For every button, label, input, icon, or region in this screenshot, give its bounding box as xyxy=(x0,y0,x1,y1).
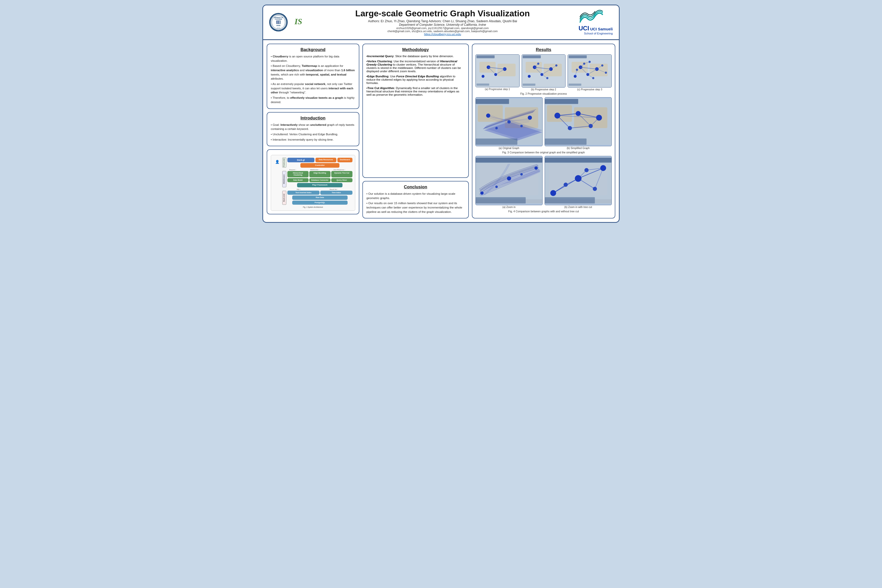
svg-point-70 xyxy=(528,116,532,119)
intro-item-2: Uncluttered: Vertex Clustering and Edge … xyxy=(271,132,355,136)
methodology-section: Methodology •Incremental Query: Slice th… xyxy=(362,44,469,178)
intro-item-3: Interactive: Incrementally query by slic… xyxy=(271,138,355,142)
bg-item-3: As an extremely popular social network, … xyxy=(271,82,355,94)
fig2-step3-img xyxy=(568,54,612,87)
svg-rect-6 xyxy=(279,21,280,24)
svg-rect-103 xyxy=(476,197,526,203)
fig4-description: Fig. 4 Comparison between graphs with an… xyxy=(476,210,612,213)
sql-arrows: SQL ↓ Result Set ↑ xyxy=(282,188,352,190)
fig4-grid: (a) Zoom in xyxy=(476,156,612,208)
deckgl-box: Deck.gl xyxy=(287,158,314,162)
play-framework-box: Play! Framework xyxy=(297,183,342,188)
svg-rect-75 xyxy=(476,138,517,144)
svg-text:CALIFORNIA: CALIFORNIA xyxy=(275,19,282,20)
svg-point-73 xyxy=(520,124,523,127)
data-resources-box: Data Resources xyxy=(315,158,336,162)
svg-rect-63 xyxy=(568,84,581,86)
svg-point-97 xyxy=(480,191,484,195)
svg-rect-62 xyxy=(568,56,587,58)
emails-line1: erzhuo1026@gmail.com, joy11612917@gmail.… xyxy=(311,27,574,30)
methodology-title: Methodology xyxy=(366,47,465,52)
poster-container: UNIVERSITY OF CALIFORNIA IRVINE ✦ ✦ ✦ IS xyxy=(262,4,620,223)
raw-data-box: Raw Data xyxy=(292,195,347,200)
fig2-step1-caption: (a) Progressive step 1 xyxy=(476,88,520,91)
bg-item-1: Cloudberry is an open source platform fo… xyxy=(271,54,355,63)
svg-text:IRVINE: IRVINE xyxy=(276,25,280,27)
poster-title: Large-scale Geometric Graph Visualizatio… xyxy=(311,9,574,18)
introduction-title: Introduction xyxy=(271,116,355,121)
edge-bundling-box: Edge Bundling xyxy=(309,171,330,177)
fig3-orig-caption: (a) Original Graph xyxy=(476,147,543,150)
fig3-grid: (a) Original Graph xyxy=(476,97,612,150)
fig4-zoomtree-caption: (b) Zoom in with tree cut xyxy=(544,206,612,208)
fig3-orig-img xyxy=(476,97,543,147)
uci-samueli-logo: UCI UCI Samueli School of Engineering xyxy=(579,10,613,35)
fig3-description: Fig. 3 Comparison between the original g… xyxy=(476,151,612,154)
svg-rect-65 xyxy=(478,105,503,122)
svg-point-71 xyxy=(507,120,511,123)
results-section: Results xyxy=(472,44,615,219)
fig2-grid: (a) Progressive step 1 xyxy=(476,54,612,91)
method-item-1: •Incremental Query: Slice the database q… xyxy=(366,54,465,58)
query-slicer-box: Query Slicer xyxy=(331,178,352,182)
dynamic-tree-cut-box: Dynamic Tree Cut xyxy=(331,171,352,177)
fig3-simplified-container: (b) Simplified Graph xyxy=(544,97,612,150)
dashboard-box: Dashboard xyxy=(338,158,352,162)
header: UNIVERSITY OF CALIFORNIA IRVINE ✦ ✦ ✦ IS xyxy=(263,5,619,40)
svg-point-88 xyxy=(596,115,602,120)
svg-rect-21 xyxy=(477,84,489,86)
website-url[interactable]: https://cloudberry.ics.uci.edu xyxy=(311,33,574,36)
svg-rect-20 xyxy=(477,56,495,58)
fig2-description: Fig. 2 Progressive visualization process xyxy=(476,92,612,95)
background-list: Cloudberry is an open source platform fo… xyxy=(271,54,355,104)
conc-item-2: Our results on over 15 million tweets sh… xyxy=(366,201,465,214)
bg-item-4: Therefore, to effectively visualize twee… xyxy=(271,96,355,104)
intro-item-1: Goal: Interactively show an uncluttered … xyxy=(271,123,355,131)
left-column: Background Cloudberry is an open source … xyxy=(267,44,359,219)
svg-rect-38 xyxy=(523,56,541,58)
svg-point-101 xyxy=(520,173,523,176)
ics-logo: IS xyxy=(290,14,306,30)
svg-point-28 xyxy=(528,75,531,78)
samueli-brand: UCI Samueli xyxy=(590,27,613,31)
svg-point-115 xyxy=(550,190,556,196)
svg-point-100 xyxy=(495,186,498,188)
svg-rect-24 xyxy=(544,63,562,76)
results-title: Results xyxy=(476,47,612,52)
method-item-3: •Edge Bundling: Use Force Directed Edge … xyxy=(366,75,465,84)
svg-point-117 xyxy=(600,165,606,171)
fig4-zoomtree-container: (b) Zoom in with tree cut xyxy=(544,156,612,208)
fig2-step1-container: (a) Progressive step 1 xyxy=(476,54,520,91)
controller-box: Controller xyxy=(300,163,339,168)
svg-point-120 xyxy=(584,168,588,172)
right-column: Results xyxy=(472,44,615,219)
svg-rect-39 xyxy=(523,84,536,86)
svg-point-72 xyxy=(495,127,498,129)
svg-rect-102 xyxy=(476,158,542,163)
samueli-waves xyxy=(579,10,613,24)
svg-point-87 xyxy=(576,111,581,116)
svg-point-98 xyxy=(507,177,511,181)
svg-rect-77 xyxy=(547,105,572,122)
frontend-label: Front-end xyxy=(282,158,286,168)
header-logos: UNIVERSITY OF CALIFORNIA IRVINE ✦ ✦ ✦ IS xyxy=(269,13,306,32)
svg-text:IS: IS xyxy=(294,17,302,26)
svg-point-16 xyxy=(482,75,484,78)
time-index-box: Time Index xyxy=(320,190,352,195)
middleware-label: Middleware xyxy=(282,171,286,188)
fig3-orig-container: (a) Original Graph xyxy=(476,97,543,150)
svg-rect-121 xyxy=(545,158,612,163)
db-connector-box: Database Connector xyxy=(309,178,330,182)
school-name: School of Engineering xyxy=(579,32,613,35)
fig2-step2-img xyxy=(522,54,566,87)
fig4-zoomtree-img xyxy=(544,156,612,205)
emails-line2: chenli@gmail.com, shz@ics.uci.edu, sadee… xyxy=(311,30,574,33)
svg-rect-74 xyxy=(476,99,509,104)
svg-rect-91 xyxy=(545,99,578,104)
introduction-list: Goal: Interactively show an uncluttered … xyxy=(271,123,355,142)
svg-point-118 xyxy=(564,183,568,187)
middle-column: Methodology •Incremental Query: Slice th… xyxy=(362,44,469,219)
conc-item-1: Our solution is a database-driven system… xyxy=(366,192,465,200)
svg-text:✦ ✦ ✦: ✦ ✦ ✦ xyxy=(277,27,280,28)
svg-point-86 xyxy=(554,112,560,118)
